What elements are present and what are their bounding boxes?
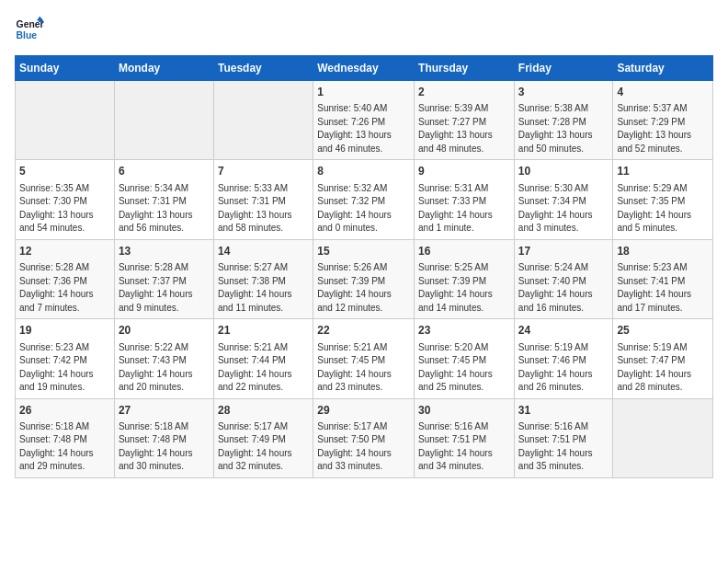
day-info: Sunrise: 5:19 AM [518, 341, 609, 355]
day-info: Sunrise: 5:24 AM [518, 261, 609, 275]
day-info: and 16 minutes. [518, 302, 609, 316]
day-number: 27 [119, 403, 210, 419]
day-info: Sunrise: 5:20 AM [418, 341, 510, 355]
day-info: Sunrise: 5:19 AM [617, 341, 709, 355]
day-number: 21 [218, 323, 309, 339]
day-cell: 7Sunrise: 5:33 AMSunset: 7:31 PMDaylight… [213, 160, 313, 239]
day-info: Daylight: 14 hours [418, 209, 510, 223]
day-number: 1 [317, 85, 410, 100]
day-info: and 26 minutes. [518, 381, 609, 395]
day-number: 3 [518, 85, 609, 100]
day-info: Sunrise: 5:18 AM [119, 420, 210, 434]
day-info: Sunrise: 5:16 AM [418, 420, 510, 434]
day-info: and 22 minutes. [218, 381, 309, 395]
day-number: 23 [418, 323, 510, 339]
day-info: Daylight: 13 hours [518, 129, 609, 143]
day-number: 24 [518, 323, 609, 339]
day-info: and 0 minutes. [317, 222, 410, 236]
day-info: Daylight: 13 hours [119, 209, 210, 223]
day-info: Daylight: 13 hours [218, 209, 309, 223]
day-cell: 25Sunrise: 5:19 AMSunset: 7:47 PMDayligh… [613, 319, 713, 398]
day-cell: 31Sunrise: 5:16 AMSunset: 7:51 PMDayligh… [514, 398, 613, 477]
day-cell: 5Sunrise: 5:35 AMSunset: 7:30 PMDaylight… [16, 160, 115, 239]
day-info: Sunset: 7:34 PM [518, 195, 609, 209]
day-info: and 11 minutes. [218, 302, 309, 316]
day-cell: 28Sunrise: 5:17 AMSunset: 7:49 PMDayligh… [213, 398, 313, 477]
day-number: 19 [19, 323, 110, 339]
day-info: Sunset: 7:41 PM [617, 275, 709, 289]
day-cell [114, 81, 213, 160]
day-info: and 50 minutes. [518, 143, 609, 156]
day-cell: 17Sunrise: 5:24 AMSunset: 7:40 PMDayligh… [514, 239, 613, 318]
day-cell [16, 81, 115, 160]
day-info: Sunset: 7:43 PM [119, 354, 210, 368]
day-number: 22 [317, 323, 410, 339]
day-info: Daylight: 14 hours [119, 368, 210, 382]
day-info: Sunrise: 5:34 AM [119, 182, 210, 196]
day-info: Sunset: 7:33 PM [418, 195, 510, 209]
day-cell: 8Sunrise: 5:32 AMSunset: 7:32 PMDaylight… [313, 160, 415, 239]
day-info: Sunset: 7:42 PM [19, 354, 110, 368]
day-info: and 23 minutes. [317, 381, 410, 395]
day-cell: 2Sunrise: 5:39 AMSunset: 7:27 PMDaylight… [415, 81, 515, 160]
day-info: Daylight: 14 hours [518, 368, 609, 382]
day-cell: 10Sunrise: 5:30 AMSunset: 7:34 PMDayligh… [514, 160, 613, 239]
day-info: and 9 minutes. [119, 302, 210, 316]
day-info: and 52 minutes. [617, 143, 709, 156]
day-number: 4 [617, 85, 709, 100]
day-number: 31 [518, 403, 609, 419]
day-info: Sunset: 7:46 PM [518, 354, 609, 368]
day-number: 16 [418, 244, 510, 259]
day-info: and 17 minutes. [617, 302, 709, 316]
day-number: 28 [218, 403, 309, 419]
day-cell: 3Sunrise: 5:38 AMSunset: 7:28 PMDaylight… [514, 81, 613, 160]
day-info: and 30 minutes. [119, 460, 210, 474]
day-info: and 58 minutes. [218, 222, 309, 236]
week-row-5: 26Sunrise: 5:18 AMSunset: 7:48 PMDayligh… [16, 398, 713, 477]
day-cell: 20Sunrise: 5:22 AMSunset: 7:43 PMDayligh… [114, 319, 213, 398]
day-cell [213, 81, 313, 160]
day-info: Daylight: 14 hours [317, 288, 410, 302]
day-number: 15 [317, 244, 410, 259]
day-info: Sunrise: 5:21 AM [218, 341, 309, 355]
day-info: and 29 minutes. [19, 460, 110, 474]
calendar-header: SundayMondayTuesdayWednesdayThursdayFrid… [16, 56, 713, 81]
day-number: 20 [119, 323, 210, 339]
day-info: Sunrise: 5:18 AM [19, 420, 110, 434]
day-info: Sunset: 7:35 PM [617, 195, 709, 209]
day-info: Sunset: 7:31 PM [218, 195, 309, 209]
day-info: Sunset: 7:47 PM [617, 354, 709, 368]
week-row-2: 5Sunrise: 5:35 AMSunset: 7:30 PMDaylight… [16, 160, 713, 239]
day-info: and 25 minutes. [418, 381, 510, 395]
day-info: and 33 minutes. [317, 460, 410, 474]
day-cell: 26Sunrise: 5:18 AMSunset: 7:48 PMDayligh… [16, 398, 115, 477]
day-info: Sunset: 7:39 PM [418, 275, 510, 289]
day-info: and 1 minute. [418, 222, 510, 236]
day-info: Daylight: 14 hours [218, 447, 309, 461]
day-info: and 14 minutes. [418, 302, 510, 316]
day-info: Daylight: 14 hours [19, 447, 110, 461]
calendar-table: SundayMondayTuesdayWednesdayThursdayFrid… [15, 55, 713, 478]
day-info: and 12 minutes. [317, 302, 410, 316]
weekday-row: SundayMondayTuesdayWednesdayThursdayFrid… [16, 56, 713, 81]
day-info: Sunset: 7:49 PM [218, 433, 309, 447]
week-row-1: 1Sunrise: 5:40 AMSunset: 7:26 PMDaylight… [16, 81, 713, 160]
day-info: and 28 minutes. [617, 381, 709, 395]
day-cell: 12Sunrise: 5:28 AMSunset: 7:36 PMDayligh… [16, 239, 115, 318]
day-info: Sunset: 7:27 PM [418, 116, 510, 130]
day-info: Sunset: 7:36 PM [19, 275, 110, 289]
logo: General Blue [15, 15, 44, 44]
day-info: Daylight: 13 hours [418, 129, 510, 143]
day-info: Sunrise: 5:31 AM [418, 182, 510, 196]
day-number: 5 [19, 164, 110, 179]
day-info: Sunset: 7:37 PM [119, 275, 210, 289]
day-info: and 7 minutes. [19, 302, 110, 316]
weekday-header-saturday: Saturday [613, 56, 713, 81]
day-cell: 13Sunrise: 5:28 AMSunset: 7:37 PMDayligh… [114, 239, 213, 318]
day-info: Sunrise: 5:33 AM [218, 182, 309, 196]
day-number: 26 [19, 403, 110, 419]
day-info: Daylight: 14 hours [418, 447, 510, 461]
day-cell: 9Sunrise: 5:31 AMSunset: 7:33 PMDaylight… [415, 160, 515, 239]
day-info: Daylight: 14 hours [518, 288, 609, 302]
weekday-header-friday: Friday [514, 56, 613, 81]
